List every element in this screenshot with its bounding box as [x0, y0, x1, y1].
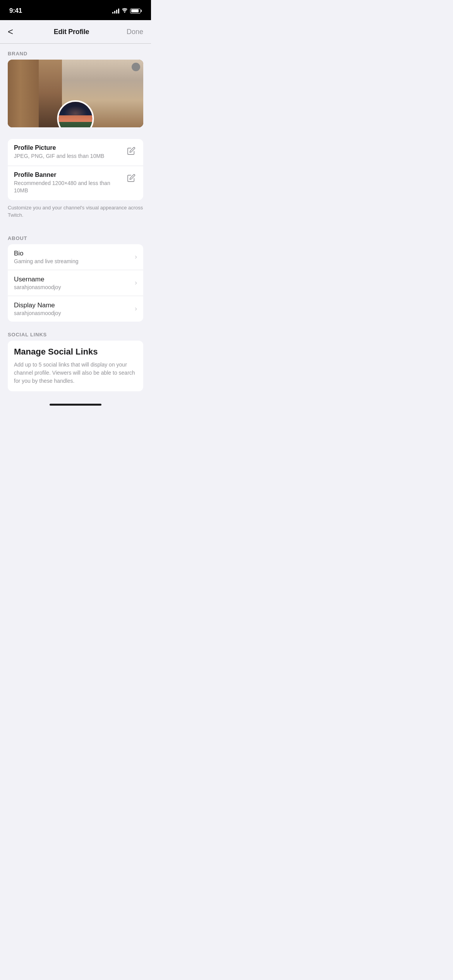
profile-banner-edit-icon[interactable] [125, 172, 137, 186]
username-chevron-icon: › [135, 279, 137, 287]
status-bar: 9:41 [0, 0, 151, 20]
display-name-text: Display Name sarahjonasmoodjoy [14, 302, 61, 316]
display-name-value: sarahjonasmoodjoy [14, 310, 61, 316]
page-title: Edit Profile [54, 28, 89, 36]
profile-picture-desc: JPEG, PNG, GIF and less than 10MB [14, 152, 104, 160]
profile-banner-desc: Recommended 1200×480 and less than 10MB [14, 180, 118, 195]
brand-cards: Profile Picture JPEG, PNG, GIF and less … [8, 139, 143, 200]
username-value: sarahjonasmoodjoy [14, 284, 61, 290]
brand-hint: Customize you and your channel's visual … [0, 200, 151, 225]
back-button[interactable]: < [8, 25, 16, 39]
home-indicator [0, 401, 151, 407]
status-time: 9:41 [9, 7, 22, 15]
avatar-person [59, 102, 93, 127]
profile-picture-edit-icon[interactable] [125, 145, 137, 159]
manage-social-links-description: Add up to 5 social links that will displ… [14, 361, 137, 385]
nav-bar: < Edit Profile Done [0, 20, 151, 44]
manage-social-links-title: Manage Social Links [14, 347, 137, 357]
edit-indicator-dot [132, 63, 140, 71]
about-section-label: ABOUT [0, 228, 151, 244]
done-button[interactable]: Done [127, 28, 143, 36]
brand-section-label: BRAND [0, 44, 151, 60]
username-text: Username sarahjonasmoodjoy [14, 276, 61, 290]
username-title: Username [14, 276, 61, 283]
bio-title: Bio [14, 250, 79, 257]
manage-social-links-card[interactable]: Manage Social Links Add up to 5 social l… [8, 341, 143, 391]
profile-banner-title: Profile Banner [14, 171, 118, 178]
profile-banner-row[interactable]: Profile Banner Recommended 1200×480 and … [8, 166, 143, 200]
svg-point-0 [124, 12, 125, 13]
wifi-icon [122, 8, 128, 14]
profile-picture-title: Profile Picture [14, 144, 104, 151]
signal-icon [112, 8, 119, 14]
display-name-title: Display Name [14, 302, 61, 309]
home-bar [50, 404, 101, 406]
battery-icon [130, 9, 142, 14]
social-links-section: SOCIAL LINKS Manage Social Links Add up … [0, 325, 151, 391]
display-name-row[interactable]: Display Name sarahjonasmoodjoy › [8, 296, 143, 322]
username-row[interactable]: Username sarahjonasmoodjoy › [8, 270, 143, 296]
avatar[interactable] [57, 100, 94, 127]
bio-value: Gaming and live streaming [14, 258, 79, 264]
about-cards: Bio Gaming and live streaming › Username… [8, 244, 143, 322]
bio-row[interactable]: Bio Gaming and live streaming › [8, 244, 143, 270]
main-content: BRAND Profile Picture JPEG, PNG, GIF and… [0, 44, 151, 391]
brand-section: BRAND Profile Picture JPEG, PNG, GIF and… [0, 44, 151, 225]
display-name-chevron-icon: › [135, 305, 137, 313]
bio-text: Bio Gaming and live streaming [14, 250, 79, 264]
status-icons [112, 8, 142, 14]
banner-left-door [8, 60, 39, 127]
about-section: ABOUT Bio Gaming and live streaming › Us… [0, 228, 151, 322]
profile-banner-text: Profile Banner Recommended 1200×480 and … [14, 171, 118, 195]
profile-picture-row[interactable]: Profile Picture JPEG, PNG, GIF and less … [8, 139, 143, 166]
bio-chevron-icon: › [135, 253, 137, 261]
profile-picture-text: Profile Picture JPEG, PNG, GIF and less … [14, 144, 104, 160]
social-links-section-label: SOCIAL LINKS [0, 325, 151, 341]
avatar-image [59, 102, 93, 127]
brand-image-container[interactable] [8, 60, 143, 127]
